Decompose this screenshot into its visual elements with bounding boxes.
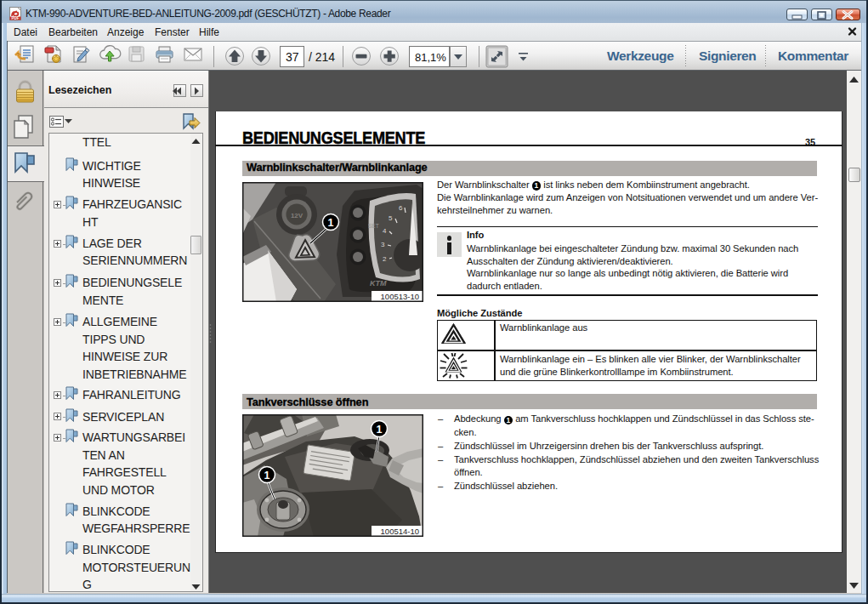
svg-text:12V: 12V (291, 212, 304, 219)
svg-text:3: 3 (381, 241, 385, 248)
svg-text:100513-10: 100513-10 (381, 292, 419, 301)
svg-text:KTM: KTM (370, 279, 387, 288)
svg-text:SET: SET (368, 223, 379, 229)
svg-text:6: 6 (399, 204, 403, 212)
svg-text:5: 5 (389, 214, 393, 222)
svg-text:100514-10: 100514-10 (381, 527, 419, 536)
svg-text:1: 1 (377, 424, 383, 436)
svg-text:1: 1 (328, 217, 334, 229)
svg-text:2: 2 (383, 255, 387, 263)
svg-text:1: 1 (264, 470, 270, 481)
svg-text:4: 4 (383, 227, 387, 235)
